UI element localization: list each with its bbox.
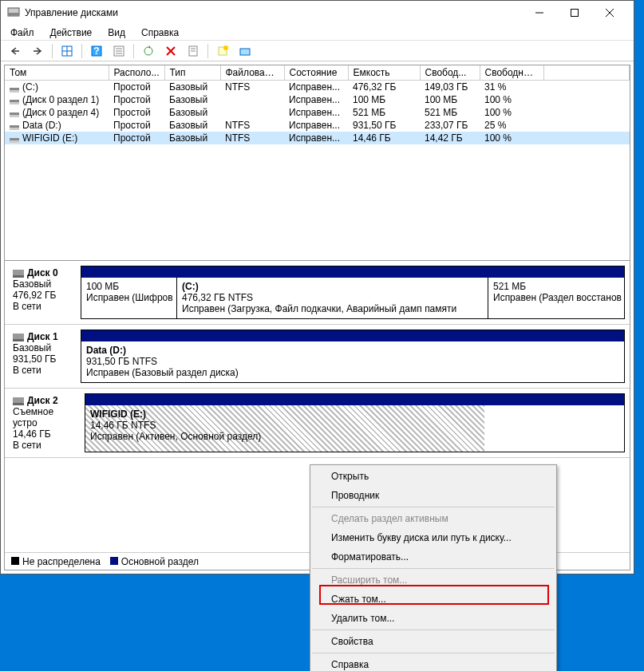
disk-icon: [13, 334, 24, 341]
partition[interactable]: 100 МБ Исправен (Шифров: [81, 278, 177, 318]
partition[interactable]: WIFIGID (E:) 14,46 ГБ NTFS Исправен (Акт…: [85, 405, 484, 452]
disk-icon: [13, 397, 24, 405]
forward-button[interactable]: [28, 42, 47, 60]
help-icon[interactable]: ?: [87, 42, 106, 60]
app-icon: [7, 6, 20, 19]
partition[interactable]: 521 МБ Исправен (Раздел восстанов: [488, 278, 624, 318]
svg-rect-25: [240, 49, 250, 55]
menu-shrink[interactable]: Сжать том...: [312, 590, 555, 609]
minimize-button[interactable]: [522, 1, 557, 25]
disk-label: Диск 1 Базовый931,50 ГБВ сети: [10, 330, 77, 383]
svg-text:?: ?: [93, 45, 99, 57]
titlebar: Управление дисками: [1, 1, 634, 25]
context-menu: Открыть Проводник Сделать раздел активны…: [310, 464, 557, 671]
drive-icon: [10, 109, 19, 116]
col-free[interactable]: Свобод...: [420, 65, 480, 81]
toolbar: ?: [1, 41, 634, 61]
partition-container: 100 МБ Исправен (Шифров (C:) 476,32 ГБ N…: [81, 266, 625, 319]
volume-table[interactable]: Том Располо... Тип Файловая с... Состоян…: [5, 65, 630, 261]
svg-rect-3: [571, 10, 579, 17]
col-status[interactable]: Состояние: [284, 65, 348, 81]
menu-help[interactable]: Справка: [312, 655, 555, 671]
col-freepct[interactable]: Свободно %: [480, 65, 543, 81]
menu-open[interactable]: Открыть: [312, 467, 555, 486]
menu-action[interactable]: Действие: [47, 26, 96, 40]
close-button[interactable]: [592, 1, 627, 25]
menu-delete[interactable]: Удалить том...: [312, 609, 555, 628]
menu-view[interactable]: Вид: [105, 26, 128, 40]
disk-row: Диск 2 Съемное устро14,46 ГБВ сети WIFIG…: [5, 389, 630, 458]
properties-icon[interactable]: [184, 42, 203, 60]
refresh-icon[interactable]: [139, 42, 158, 60]
table-row[interactable]: (Диск 0 раздел 4) ПростойБазовый Исправе…: [5, 106, 630, 119]
menubar: Файл Действие Вид Справка: [1, 25, 634, 41]
menu-help[interactable]: Справка: [138, 26, 182, 40]
disk-row: Диск 0 Базовый476,92 ГБВ сети 100 МБ Исп…: [5, 261, 630, 325]
disk-icon: [13, 270, 24, 278]
table-row[interactable]: WIFIGID (E:) ПростойБазовыйNTFS Исправен…: [5, 132, 630, 144]
back-button[interactable]: [6, 42, 25, 60]
disk-label: Диск 0 Базовый476,92 ГБВ сети: [10, 266, 77, 319]
table-header-row: Том Располо... Тип Файловая с... Состоян…: [5, 65, 630, 81]
grid-icon[interactable]: [57, 42, 77, 60]
new-icon[interactable]: [213, 42, 232, 60]
svg-point-17: [144, 47, 152, 55]
col-volume[interactable]: Том: [5, 65, 109, 81]
drive-icon: [10, 134, 19, 142]
menu-explorer[interactable]: Проводник: [312, 486, 555, 505]
menu-make-active: Сделать раздел активным: [312, 509, 555, 528]
legend-unallocated: Не распределена: [11, 556, 101, 567]
window-title: Управление дисками: [25, 7, 522, 18]
partition[interactable]: Data (D:) 931,50 ГБ NTFS Исправен (Базов…: [81, 341, 624, 382]
partition-container: Data (D:) 931,50 ГБ NTFS Исправен (Базов…: [81, 330, 625, 383]
disk-label: Диск 2 Съемное устро14,46 ГБВ сети: [10, 393, 81, 452]
table-row[interactable]: (C:) ПростойБазовыйNTFS Исправен...476,3…: [5, 81, 630, 93]
table-row[interactable]: (Диск 0 раздел 1) ПростойБазовый Исправе…: [5, 93, 630, 106]
svg-rect-1: [8, 13, 19, 16]
drive-icon: [10, 96, 19, 104]
menu-change-letter[interactable]: Изменить букву диска или путь к диску...: [312, 528, 555, 547]
maximize-button[interactable]: [557, 1, 592, 25]
svg-point-24: [223, 45, 228, 50]
col-layout[interactable]: Располо...: [109, 65, 164, 81]
disk-row: Диск 1 Базовый931,50 ГБВ сети Data (D:) …: [5, 325, 630, 389]
delete-icon[interactable]: [161, 42, 180, 60]
menu-format[interactable]: Форматировать...: [312, 547, 555, 566]
partition-container: WIFIGID (E:) 14,46 ГБ NTFS Исправен (Акт…: [85, 393, 625, 452]
menu-file[interactable]: Файл: [7, 26, 38, 40]
drive-icon: [10, 121, 19, 129]
action-icon[interactable]: [235, 42, 255, 60]
menu-extend: Расширить том...: [312, 570, 555, 590]
partition[interactable]: (C:) 476,32 ГБ NTFS Исправен (Загрузка, …: [177, 278, 488, 318]
table-row[interactable]: Data (D:) ПростойБазовыйNTFS Исправен...…: [5, 119, 630, 132]
col-capacity[interactable]: Емкость: [348, 65, 420, 81]
col-fs[interactable]: Файловая с...: [220, 65, 284, 81]
legend-primary: Основной раздел: [110, 556, 199, 567]
col-type[interactable]: Тип: [164, 65, 220, 81]
menu-properties[interactable]: Свойства: [312, 632, 555, 651]
list-icon[interactable]: [109, 42, 128, 60]
drive-icon: [10, 84, 19, 92]
